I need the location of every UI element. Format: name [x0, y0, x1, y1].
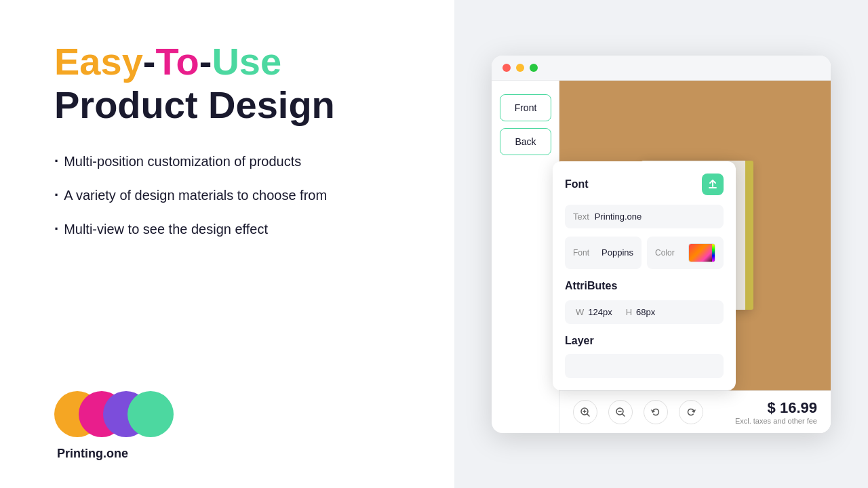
font-field-value: Poppins: [601, 247, 633, 258]
upload-button[interactable]: [702, 174, 724, 195]
front-view-button[interactable]: Front: [500, 94, 551, 121]
font-selector[interactable]: Font Poppins: [565, 237, 642, 269]
width-value: 124px: [588, 307, 612, 317]
color-field-label: Color: [655, 248, 675, 258]
maximize-button[interactable]: [530, 64, 538, 72]
feature-dot: ·: [54, 186, 58, 204]
height-label: H: [626, 307, 632, 317]
attributes-title: AttriButes: [565, 280, 724, 292]
price-value: $ 16.99: [735, 399, 817, 417]
logo-circles: [54, 387, 142, 441]
font-color-row: Font Poppins Color: [565, 237, 724, 269]
panel-header: Font: [565, 174, 724, 195]
right-panel: Front Back: [454, 0, 868, 488]
app-window: Front Back: [492, 56, 831, 433]
logo-section: Printing.one: [54, 387, 407, 461]
height-value: 68px: [636, 307, 655, 317]
view-sidebar: Front Back: [492, 81, 559, 433]
svg-line-6: [623, 413, 625, 416]
hero-title: Easy - To - Use Product Design: [54, 41, 407, 125]
circle-green: [127, 391, 174, 437]
title-line1: Easy - To - Use: [54, 41, 407, 83]
font-field-label: Font: [573, 248, 589, 258]
layer-title: Layer: [565, 335, 724, 347]
feature-item: · Multi-position customization of produc…: [54, 152, 407, 170]
feature-text-2: A variety of design materials to choose …: [64, 188, 327, 203]
svg-line-3: [587, 413, 590, 416]
control-icons: [573, 400, 703, 424]
word-to: To: [155, 41, 199, 83]
window-titlebar: [492, 56, 831, 81]
attributes-row: W 124px H 68px: [565, 300, 724, 324]
back-view-button[interactable]: Back: [500, 128, 551, 155]
canvas-area: Printing.one Font: [559, 81, 831, 433]
feature-text-1: Multi-position customization of products: [64, 154, 301, 169]
feature-dot: ·: [54, 152, 58, 170]
layer-area[interactable]: [565, 354, 724, 378]
text-field-label: Text: [573, 211, 589, 222]
price-area: $ 16.99 Excl. taxes and other fee: [735, 399, 817, 425]
feature-item: · Multi-view to see the design effect: [54, 220, 407, 238]
width-label: W: [576, 307, 584, 317]
font-panel-title: Font: [565, 178, 589, 190]
minimize-button[interactable]: [516, 64, 524, 72]
text-input-row[interactable]: Text Printing.one: [565, 205, 724, 228]
dash1: -: [143, 41, 156, 83]
features-list: · Multi-position customization of produc…: [54, 152, 407, 238]
rotate-right-button[interactable]: [679, 400, 703, 424]
height-attr: H 68px: [626, 307, 656, 317]
zoom-in-button[interactable]: [573, 400, 597, 424]
zoom-out-button[interactable]: [608, 400, 633, 424]
canvas-controls: $ 16.99 Excl. taxes and other fee: [559, 390, 831, 433]
dash2: -: [199, 41, 212, 83]
product-canvas[interactable]: Printing.one Font: [559, 81, 831, 390]
price-note: Excl. taxes and other fee: [735, 417, 817, 425]
text-field-value: Printing.one: [595, 211, 642, 222]
color-selector[interactable]: Color: [647, 237, 724, 269]
logo-label: Printing.one: [57, 447, 128, 461]
width-attr: W 124px: [576, 307, 612, 317]
left-panel: Easy - To - Use Product Design · Multi-p…: [0, 0, 454, 488]
word-easy: Easy: [54, 41, 143, 83]
feature-text-3: Multi-view to see the design effect: [64, 222, 268, 237]
color-swatch[interactable]: [688, 243, 715, 262]
feature-item: · A variety of design materials to choos…: [54, 186, 407, 204]
word-use: Use: [212, 41, 281, 83]
font-panel: Font Text Printing.one: [553, 161, 736, 390]
notebook-band: [745, 161, 753, 310]
rotate-left-button[interactable]: [644, 400, 668, 424]
title-line2: Product Design: [54, 84, 407, 126]
window-body: Front Back: [492, 81, 831, 433]
close-button[interactable]: [502, 64, 511, 72]
feature-dot: ·: [54, 220, 58, 238]
